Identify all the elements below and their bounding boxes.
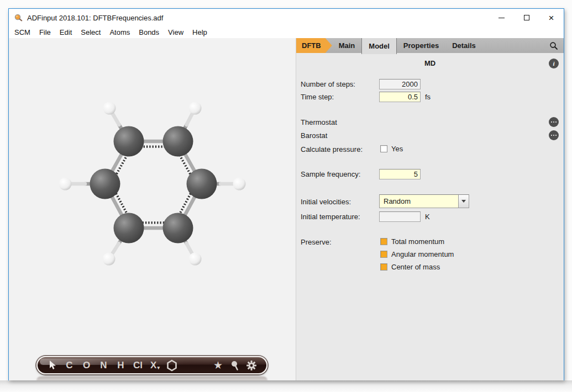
element-o-button[interactable]: O — [78, 360, 95, 371]
element-h-button[interactable]: H — [112, 360, 129, 371]
maximize-button[interactable] — [514, 9, 539, 27]
hydrogen-atom[interactable] — [189, 253, 202, 266]
carbon-atom[interactable] — [163, 126, 193, 157]
chevron-down-icon — [461, 200, 466, 203]
thermostat-label: Thermostat — [301, 117, 337, 128]
tab-model[interactable]: Model — [361, 38, 397, 54]
menu-bar: SCM File Edit Select Atoms Bonds View He… — [9, 27, 564, 38]
barostat-label: Barostat — [301, 130, 327, 141]
initial-velocities-value: Random — [380, 197, 458, 205]
panel-tab-bar: DFTB Main Model Properties Details — [296, 38, 564, 53]
preserve-total-momentum-checkbox[interactable] — [380, 238, 387, 245]
preserve-label: Preserve: — [301, 237, 332, 247]
minimize-icon — [498, 18, 505, 18]
carbon-atom[interactable] — [90, 169, 120, 199]
menu-atoms[interactable]: Atoms — [105, 28, 134, 36]
magnifier-pin-icon — [230, 360, 240, 371]
menu-file[interactable]: File — [35, 28, 55, 36]
element-n-button[interactable]: N — [95, 360, 112, 371]
maximize-icon — [524, 15, 529, 20]
menu-scm[interactable]: SCM — [14, 28, 35, 36]
element-c-button[interactable]: C — [61, 360, 78, 371]
preserve-center-of-mass-checkbox[interactable] — [380, 263, 387, 271]
element-x-dropdown-button[interactable]: X▾ — [146, 360, 164, 371]
dropdown-arrow-button[interactable] — [458, 195, 469, 208]
element-toolbar: C O N H Cl X▾ ★ — [36, 356, 267, 374]
hexagon-ring-icon — [166, 359, 177, 372]
number-of-steps-input[interactable] — [379, 79, 421, 89]
initial-temperature-label: Initial temperature: — [301, 211, 360, 222]
sample-frequency-input[interactable] — [379, 169, 421, 179]
chevron-down-icon: ▾ — [157, 365, 160, 370]
carbon-atoms[interactable] — [90, 126, 217, 243]
hydrogen-atom[interactable] — [103, 253, 116, 266]
hydrogen-atom[interactable] — [189, 102, 202, 115]
section-title-md: MD — [296, 59, 564, 67]
cursor-arrow-icon — [48, 360, 57, 370]
time-step-label: Time step: — [301, 92, 334, 102]
panel-search-button[interactable] — [544, 38, 564, 53]
calculate-pressure-option-label: Yes — [391, 145, 403, 153]
initial-velocities-dropdown[interactable]: Random — [379, 194, 469, 208]
gear-icon — [246, 360, 257, 371]
calculate-pressure-label: Calculate pressure: — [301, 144, 363, 155]
initial-temperature-input[interactable] — [379, 211, 421, 222]
settings-tool[interactable] — [243, 360, 260, 371]
time-step-input[interactable] — [379, 92, 421, 102]
number-of-steps-label: Number of steps: — [301, 79, 355, 89]
menu-view[interactable]: View — [164, 28, 188, 36]
tab-details[interactable]: Details — [445, 38, 482, 53]
title-bar[interactable]: ADFinput 2018.101: DFTBFrequencies.adf × — [9, 9, 564, 27]
ellipsis-icon — [551, 135, 557, 136]
search-icon — [549, 41, 558, 50]
initial-velocities-label: Initial velocities: — [301, 197, 351, 207]
close-button[interactable]: × — [539, 9, 564, 27]
settings-panel: DFTB Main Model Properties Details MD i … — [296, 38, 564, 380]
app-magnifier-icon — [14, 13, 23, 23]
adfinput-window: ADFinput 2018.101: DFTBFrequencies.adf ×… — [8, 8, 564, 380]
menu-select[interactable]: Select — [76, 28, 105, 36]
search-structure-tool[interactable] — [227, 360, 243, 371]
tab-properties[interactable]: Properties — [397, 38, 445, 53]
star-icon: ★ — [213, 359, 223, 371]
hydrogen-atom[interactable] — [233, 178, 246, 190]
preserve-total-momentum-label: Total momentum — [391, 237, 444, 246]
preserve-angular-momentum-label: Angular momentum — [391, 250, 454, 258]
menu-bonds[interactable]: Bonds — [134, 28, 164, 36]
ellipsis-icon — [551, 121, 557, 123]
element-cl-button[interactable]: Cl — [129, 360, 146, 371]
tab-main[interactable]: Main — [332, 38, 362, 53]
aromatic-dotted-bonds — [111, 147, 196, 223]
menu-edit[interactable]: Edit — [55, 28, 76, 36]
barostat-more-button[interactable] — [549, 130, 559, 140]
benzene-molecule[interactable] — [9, 38, 296, 380]
carbon-atom[interactable] — [163, 213, 193, 243]
carbon-atom[interactable] — [114, 126, 144, 157]
close-icon: × — [549, 13, 554, 23]
initial-temperature-unit: K — [425, 211, 430, 222]
hydrogen-atom[interactable] — [59, 178, 72, 190]
tab-dftb[interactable]: DFTB — [296, 38, 332, 53]
thermostat-more-button[interactable] — [549, 117, 559, 127]
preserve-center-of-mass-label: Center of mass — [391, 263, 440, 271]
carbon-atom[interactable] — [114, 213, 144, 243]
favorites-tool[interactable]: ★ — [209, 359, 227, 372]
window-title: ADFinput 2018.101: DFTBFrequencies.adf — [27, 14, 163, 22]
window-drop-shadow — [0, 380, 572, 392]
md-settings-form: MD i Number of steps: Time step: fs Ther… — [296, 53, 564, 380]
ring-structure-tool[interactable] — [164, 359, 180, 372]
hydrogen-atom[interactable] — [103, 102, 116, 115]
carbon-atom[interactable] — [187, 169, 217, 199]
toolbar-reflection — [36, 377, 267, 380]
minimize-button[interactable] — [489, 9, 514, 27]
time-step-unit: fs — [425, 92, 431, 102]
menu-help[interactable]: Help — [188, 28, 212, 36]
sample-frequency-label: Sample frequency: — [301, 169, 360, 179]
select-cursor-tool[interactable] — [44, 360, 61, 370]
calculate-pressure-checkbox[interactable] — [380, 145, 387, 152]
info-button[interactable]: i — [549, 59, 559, 68]
molecule-viewer[interactable]: C O N H Cl X▾ ★ — [9, 38, 296, 380]
preserve-angular-momentum-checkbox[interactable] — [380, 251, 387, 258]
